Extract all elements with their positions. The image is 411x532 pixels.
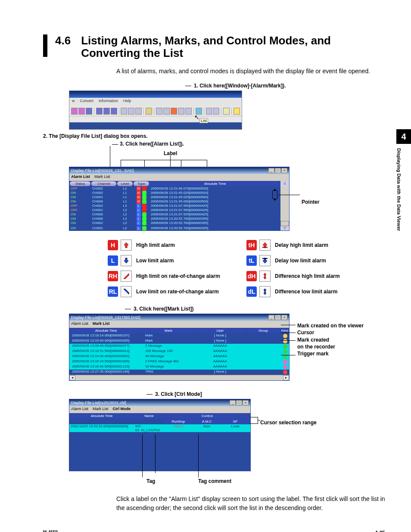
col-name[interactable]: Name	[134, 414, 164, 418]
table-row[interactable]: ONCH006L1H2005/09/28 13:21:45.000[000000…	[69, 199, 289, 204]
step1-callout: 1. Click here([Window]-[Alarm/Mark]).	[194, 83, 286, 89]
menu-item[interactable]: Help	[123, 99, 131, 106]
col-user[interactable]: User	[195, 328, 246, 333]
brace-icon	[250, 417, 258, 424]
annot-recorder-mark: Mark created	[297, 336, 364, 343]
table-row[interactable]: 2001/10/25 15:53:32.000[000000000] INT-0…	[69, 424, 250, 432]
col-runstop[interactable]: RunStop	[165, 419, 192, 424]
minimize-icon[interactable]: _	[230, 400, 236, 405]
scroll-right-icon[interactable]: ▸	[283, 375, 289, 380]
toolbar-icon[interactable]	[86, 108, 92, 115]
toolbar-icon[interactable]	[121, 108, 127, 115]
chip-RH: RH	[108, 271, 118, 281]
table-row[interactable]: ONCH002L2L2005/09/28 13:20:52.700[000000…	[69, 221, 289, 226]
toolbar-icon[interactable]	[146, 108, 152, 115]
step2-text: 2. The [Display File List] dialog box op…	[43, 133, 385, 139]
tab-alarm-list[interactable]: Alarm List	[71, 321, 88, 327]
table-row[interactable]: OFFCH002L1H2005/09/28 13:21:46.075[00000…	[69, 187, 289, 191]
minimize-icon[interactable]: _	[268, 168, 274, 173]
maximize-icon[interactable]: □	[275, 168, 281, 173]
menu-item[interactable]: w	[72, 99, 75, 106]
toolbar-icon[interactable]	[78, 108, 85, 115]
annot-trigger-mark: Trigger mark	[297, 350, 364, 357]
col-mark[interactable]: Mark	[143, 328, 194, 333]
leader-line	[185, 86, 191, 86]
window-title: Display-File-List[050928_1317350.DAD]	[71, 315, 140, 320]
horizontal-scrollbar[interactable]: ◂ ▸	[69, 375, 289, 380]
table-row[interactable]: ONCH006L2L2005/09/28 13:21:07.525[000000…	[69, 212, 289, 217]
table-row[interactable]: ONCH002L1H2005/09/28 13:21:45.025[000000…	[69, 191, 289, 195]
kind-icon	[283, 349, 287, 354]
table-row[interactable]: OFFCH002L2L2005/09/28 13:21:07.550[00000…	[69, 204, 289, 208]
annot-tag-comment: Tag comment	[198, 478, 231, 484]
scroll-down-icon[interactable]: ▽	[280, 226, 289, 230]
toolbar-screenshot: w Convert Information Help	[69, 90, 242, 130]
toolbar-icon[interactable]	[156, 108, 162, 115]
tab-alarm-list[interactable]: Alarm List	[71, 174, 90, 180]
col-control[interactable]: Control	[165, 414, 250, 418]
col-status[interactable]: Status	[70, 181, 90, 186]
side-chapter-tab: 4 Displaying Data with the Data Viewer	[396, 129, 411, 231]
col-type[interactable]: Type	[134, 181, 149, 186]
svg-rect-1	[262, 258, 268, 259]
section-heading: 4.6 Listing Alarms, Marks, and Control M…	[43, 34, 385, 59]
toolbar-icon[interactable]	[185, 108, 192, 115]
table-row[interactable]: 2005/09/28 13:19:40.000[000000285]Mark[ …	[69, 339, 289, 344]
table-row[interactable]: ONCH006L2L2005/09/28 13:20:52.700[000000…	[69, 217, 289, 221]
alarm-type-legend: H High limit alarm tH Delay high limit a…	[108, 240, 385, 297]
footer-page: 4-25	[375, 530, 385, 532]
col-time[interactable]: Absolute Time	[70, 328, 142, 333]
table-row[interactable]: 2005/09/28 13:16:19.500[000001008]2 FREE…	[69, 359, 289, 364]
table-row[interactable]: 2005/09/28 13:27:35.000[000001198]TRIG[ …	[69, 370, 289, 375]
close-icon[interactable]: ×	[243, 400, 249, 405]
close-icon[interactable]: ×	[281, 168, 287, 173]
table-row[interactable]: ONCH001L2L2005/09/28 13:20:52.700[000000…	[69, 226, 289, 230]
col-group[interactable]: Group	[246, 328, 280, 333]
step3c-callout: 3. Click [Ctrl Mode]	[155, 391, 202, 397]
menu-item[interactable]: Convert	[80, 99, 94, 106]
col-sp[interactable]: SP	[221, 419, 249, 424]
table-row[interactable]: 2005/09/28 13:14:36.000[000000862]46 Mes…	[69, 354, 289, 359]
col-time[interactable]: Absolute Time	[70, 414, 134, 418]
col-level[interactable]: Level	[117, 181, 133, 186]
toolbar-icon[interactable]	[128, 108, 134, 115]
scroll-up-icon[interactable]: △	[280, 181, 289, 187]
tab-alarm-list[interactable]: Alarm List	[71, 407, 88, 413]
footer-doc-id: M-4659	[43, 530, 58, 532]
maximize-icon[interactable]: □	[275, 315, 281, 320]
chapter-number: 4	[396, 129, 411, 144]
toolbar-icon[interactable]	[171, 108, 177, 115]
tab-mark-list[interactable]: Mark List	[94, 174, 110, 180]
tab-mark-list[interactable]: Mark List	[93, 321, 110, 327]
table-row[interactable]: 2005/09/28 13:10:51.500[000000413]100 Me…	[69, 349, 289, 354]
table-row[interactable]: 2005/09/28 13:18:14.000[000000197]Mark[ …	[69, 333, 289, 339]
chip-tH: tH	[246, 240, 257, 250]
scroll-left-icon[interactable]: ◂	[69, 375, 75, 380]
tab-mark-list[interactable]: Mark List	[93, 407, 109, 413]
maximize-icon[interactable]: □	[236, 400, 242, 405]
toolbar-icon[interactable]	[163, 108, 170, 115]
table-row[interactable]: 2005/09/28 13:16:46.500[000001123]10 Mes…	[69, 364, 289, 370]
toolbar-icon[interactable]	[71, 108, 78, 115]
col-time[interactable]: Absolute Time	[150, 181, 280, 186]
toolbar-icon[interactable]	[178, 108, 184, 115]
mark-list-window: Display-File-List[050928_1317350.DAD] _ …	[69, 314, 290, 381]
window-title: Display-File-List[050928_131...DAD]	[71, 168, 134, 173]
table-row[interactable]: ONCH001L1H2005/09/28 13:21:45.025[000000…	[69, 195, 289, 199]
toolbar-icon[interactable]	[135, 108, 142, 115]
tab-ctrl-mode[interactable]: Ctrl Mode	[113, 407, 131, 413]
arrow-down-delay-icon	[259, 255, 271, 266]
toolbar-icon[interactable]	[111, 108, 117, 115]
toolbar-icon[interactable]	[96, 108, 103, 115]
table-row[interactable]: 2005/09/28 13:09:40.500[000000277]3 Mess…	[69, 344, 289, 349]
col-channel[interactable]: Channel	[91, 181, 116, 186]
menu-item[interactable]: Information	[99, 99, 118, 106]
kind-icon	[283, 365, 287, 369]
col-amc[interactable]: A.M.C	[193, 419, 221, 424]
arrow-up-icon	[121, 240, 132, 251]
close-icon[interactable]: ×	[281, 315, 287, 320]
toolbar-icon[interactable]	[103, 108, 110, 115]
arrow-up-delay-icon	[259, 240, 271, 251]
minimize-icon[interactable]: _	[268, 315, 274, 320]
table-row[interactable]: OFFCH001L2L2005/09/28 13:21:07.550[00000…	[69, 208, 289, 212]
